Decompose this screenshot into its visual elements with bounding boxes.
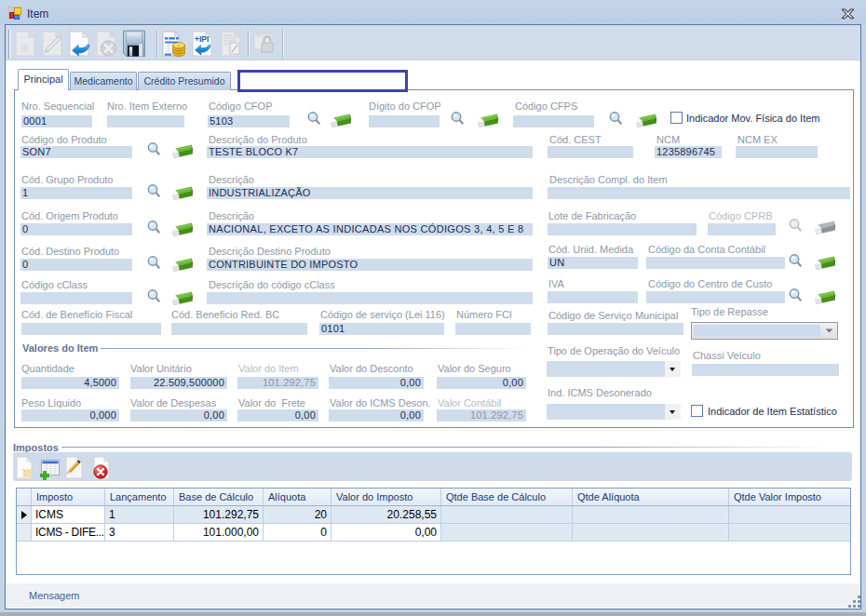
- svg-text:+IPI: +IPI: [195, 34, 209, 44]
